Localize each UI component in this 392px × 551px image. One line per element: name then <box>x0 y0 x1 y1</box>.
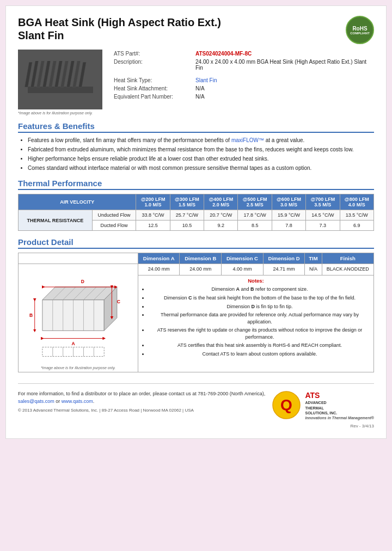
dimension-values-row: A B C D <box>19 264 374 276</box>
unducted-val-2: 20.7 °C/W <box>204 210 238 221</box>
thermal-unducted-row: THERMAL RESISTANCE Unducted Flow 33.8 °C… <box>19 210 374 221</box>
svg-text:Q: Q <box>281 396 293 413</box>
ducted-val-0: 12.5 <box>136 221 170 231</box>
svg-text:B: B <box>29 313 33 318</box>
note-5: ATS reserves the right to update or chan… <box>149 327 371 340</box>
note-4: Thermal performance data are provided fo… <box>149 311 371 325</box>
note-2: Dimension C is the heat sink height from… <box>149 295 371 302</box>
notes-cell: Notes: Dimension A and B refer to compon… <box>138 276 374 372</box>
svg-text:D: D <box>81 279 84 284</box>
footer-contact: For more information, to find a distribu… <box>18 390 272 405</box>
ats-logo: Q ATS ADVANCED THERMAL SOLUTIONS, INC. I… <box>272 390 374 420</box>
desc-value: 24.00 x 24.00 x 4.00 mm BGA Heat Sink (H… <box>193 58 374 72</box>
feature-item-4: Comes standard without interface materia… <box>28 164 374 172</box>
product-image-area: *Image above is for illustration purpose… <box>18 50 105 115</box>
rohs-badge: RoHS COMPLIANT <box>346 16 374 44</box>
tim-value: N/A <box>305 264 322 276</box>
note-6: ATS certifies that this heat sink assemb… <box>149 342 371 349</box>
type-value: Slant Fin <box>193 76 374 84</box>
product-detail-table: Schematic Image Dimension A Dimension B … <box>18 253 374 372</box>
ats-q-icon: Q <box>272 390 302 420</box>
attachment-value: N/A <box>193 84 374 93</box>
spec-row-type: Heat Sink Type: Slant Fin <box>112 76 374 84</box>
schematic-svg: A B C D <box>24 269 133 362</box>
desc-label: Description: <box>112 58 193 72</box>
title-line1: BGA Heat Sink (High Aspect Ratio Ext.) <box>18 16 221 29</box>
dim-a-value: 24.00 mm <box>138 264 180 276</box>
features-list: Features a low profile, slant fin array … <box>18 137 374 172</box>
feature-item-1: Features a low profile, slant fin array … <box>28 137 374 144</box>
rohs-compliant: COMPLIANT <box>350 32 370 35</box>
dim-d-value: 24.71 mm <box>263 264 305 276</box>
col-header-1: @300 LFM 1.5 M/S <box>170 194 204 210</box>
ducted-val-5: 7.3 <box>306 221 340 231</box>
dim-d-header: Dimension D <box>263 253 305 264</box>
tim-header: TIM <box>305 253 322 264</box>
product-specs: ATS Part#: ATS024024004-MF-8C Descriptio… <box>112 50 374 115</box>
air-velocity-header: AIR VELOCITY <box>19 194 136 210</box>
svg-text:C: C <box>117 299 120 304</box>
dim-b-value: 24.00 mm <box>180 264 222 276</box>
attachment-label: Heat Sink Attachment: <box>112 84 193 93</box>
product-image-box <box>18 50 102 109</box>
note-3: Dimension D is fin tip to fin tip. <box>149 303 371 310</box>
schematic-note: *Image above is for illustration purpose… <box>21 366 135 370</box>
svg-text:A: A <box>71 341 75 346</box>
dim-c-header: Dimension C <box>222 253 264 264</box>
part-value[interactable]: ATS024024004-MF-8C <box>193 50 374 58</box>
col-header-0: @200 LFM 1.0 M/S <box>136 194 170 210</box>
svg-rect-11 <box>29 58 92 61</box>
spec-row-equiv: Equivalent Part Number: N/A <box>112 93 374 101</box>
spec-row-part: ATS Part#: ATS024024004-MF-8C <box>112 50 374 58</box>
ats-text-block: ATS ADVANCED THERMAL SOLUTIONS, INC. Inn… <box>305 390 374 420</box>
product-detail-title: Product Detail <box>18 237 374 249</box>
ducted-label: Ducted Flow <box>92 221 136 231</box>
col-header-5: @700 LFM 3.5 M/S <box>306 194 340 210</box>
dim-c-value: 4.00 mm <box>222 264 264 276</box>
spec-row-spacer <box>112 72 374 76</box>
ducted-val-6: 6.9 <box>340 221 373 231</box>
footer-or: or <box>56 399 62 404</box>
footer-copyright: © 2013 Advanced Thermal Solutions, Inc. … <box>18 407 272 414</box>
header-section: BGA Heat Sink (High Aspect Ratio Ext.) S… <box>18 16 374 44</box>
footer-section: For more information, to find a distribu… <box>18 383 374 420</box>
finish-header: Finish <box>322 253 374 264</box>
features-title: Features & Benefits <box>18 121 374 133</box>
note-7: Contact ATS to learn about custom option… <box>149 351 371 358</box>
ats-name-2: THERMAL <box>305 406 374 411</box>
unducted-val-0: 33.8 °C/W <box>136 210 170 221</box>
unducted-label: Unducted Flow <box>92 210 136 221</box>
unducted-val-4: 15.9 °C/W <box>272 210 305 221</box>
heat-sink-illustration <box>22 54 99 106</box>
col-header-3: @500 LFM 2.5 M/S <box>238 194 272 210</box>
col-header-2: @400 LFM 2.0 M/S <box>204 194 238 210</box>
note-1: Dimension A and B refer to component siz… <box>149 286 371 293</box>
schematic-cell: A B C D <box>19 264 138 372</box>
footer-website[interactable]: www.qats.com <box>62 399 93 404</box>
ducted-val-2: 9.2 <box>204 221 238 231</box>
ats-main: ATS <box>305 390 374 400</box>
ats-name-3: SOLUTIONS, INC. <box>305 411 374 415</box>
maxiflow-link[interactable]: maxiFLOW™ <box>231 137 264 143</box>
unducted-val-1: 25.7 °C/W <box>170 210 204 221</box>
equiv-value: N/A <box>193 93 374 101</box>
ducted-val-3: 8.5 <box>238 221 272 231</box>
footer-email[interactable]: sales@qats.com <box>18 399 54 404</box>
spec-row-desc: Description: 24.00 x 24.00 x 4.00 mm BGA… <box>112 58 374 72</box>
spec-table: ATS Part#: ATS024024004-MF-8C Descriptio… <box>112 50 374 101</box>
type-label: Heat Sink Type: <box>112 76 193 84</box>
notes-list: Dimension A and B refer to component siz… <box>141 286 371 357</box>
page-number: Rev - 3/4/13 <box>18 424 374 428</box>
col-header-6: @800 LFM 4.0 M/S <box>340 194 373 210</box>
footer-contact-text: For more information, to find a distribu… <box>18 391 265 396</box>
product-title: BGA Heat Sink (High Aspect Ratio Ext.) S… <box>18 16 221 42</box>
product-info-section: *Image above is for illustration purpose… <box>18 50 374 115</box>
part-label: ATS Part#: <box>112 50 193 58</box>
schematic-image: A B C D <box>24 266 133 364</box>
svg-rect-0 <box>28 87 93 93</box>
feature-item-3: Higher performance helps ensure reliable… <box>28 155 374 163</box>
finish-value: BLACK ANODIZED <box>322 264 374 276</box>
schematic-header: Schematic Image <box>19 253 138 264</box>
title-line2: Slant Fin <box>18 29 221 42</box>
unducted-val-6: 13.5 °C/W <box>340 210 373 221</box>
